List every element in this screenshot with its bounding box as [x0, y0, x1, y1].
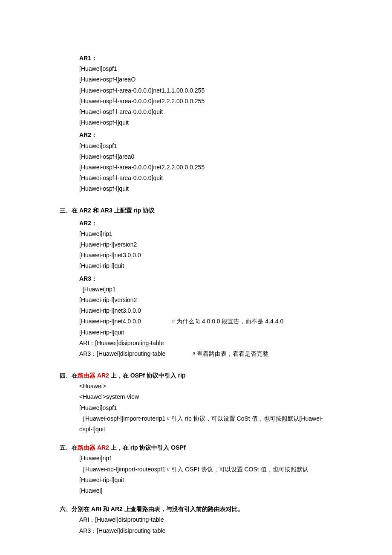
section3-ar2-label: AR2：: [79, 218, 332, 229]
ar1-cmd: [Huawei-ospf-l-area-0.0.0.0]net1.1.1.00.…: [79, 85, 332, 96]
section4-heading-prefix: 四、在: [60, 372, 78, 379]
section3-ar3-label: AR3：: [79, 273, 332, 284]
ar1-cmd: [Huawei-ospf-l]areaO: [79, 74, 332, 85]
ar2-cmd: [Huawei-ospf-l-area-0.0.0.0]net2.2.2.00.…: [79, 162, 332, 173]
ar2-cmd: [Huawei-ospf-l]quit: [79, 183, 332, 194]
section5-heading-red: 路由器 AR2: [78, 444, 109, 451]
ar2-label: AR2：: [79, 130, 332, 140]
section5-heading-prefix: 五、在: [60, 444, 78, 451]
document-page: AR1： [Huawei]ospf1 [Huawei-ospf-l]areaO …: [0, 0, 392, 555]
section3-ar3-net4-note: 〃为什么向 4.0.0.0 段宣告，而不是 4.4.4.0: [170, 318, 283, 325]
section3-ar3-net4-cmd: [Huawei-rip-l]net4.0.0.0: [79, 316, 169, 327]
ar2-cmd: [Huawei-ospf-l-area-0.0.0.0]quit: [79, 173, 332, 183]
section3-ar3-cmd: [Huawei-rip-l]version2: [79, 295, 332, 305]
section4-cmd: <Huawei>system-view: [79, 392, 332, 402]
section6-cmd: AR3：[Huawei]disiprouting-table: [79, 526, 332, 536]
section4-import: ［Huawei-ospf-l]import-routerip1〃引入 rip 协…: [79, 413, 332, 435]
section5-cmd: [Huawei]rip1: [79, 453, 332, 464]
section6-heading: 六、分别在 ARI 和 AR2 上查看路由表，与没有引入前的路由表对比。: [60, 504, 332, 514]
section6-cmd: ARI：[Huawei]disiprouting-table: [79, 514, 332, 525]
section5-cmd: [Huawei]: [79, 485, 332, 496]
ar1-label: AR1：: [79, 53, 332, 64]
section3-heading: 三、在 AR2 和 AR3 上配置 rip 协议: [60, 205, 332, 216]
ar1-cmd: [Huawei-ospf-l]quit: [79, 117, 332, 128]
section4-cmd: <Huawei>: [79, 381, 332, 392]
section3-ar2-cmd: [Huawei]rip1: [79, 229, 332, 239]
section5-cmd: ［Huawei-rip-l]import-routeospf1〃引入 OSPf …: [79, 464, 332, 475]
ar1-cmd: [Huawei]ospf1: [79, 64, 332, 74]
section5-heading-suffix: 上，在 rip 协议中引入 OSPf: [109, 444, 186, 451]
section4-heading: 四、在路由器 AR2 上，在 OSPf 协议中引入 rip: [60, 370, 332, 381]
section3-ar3-cmd: [Huawei]rip1: [79, 284, 332, 295]
section5-cmd: [Huawei-rip-l]quit: [79, 475, 332, 485]
ar1-cmd: [Huawei-ospf-l-area-0.0.0.0]net2.2.2.00.…: [79, 96, 332, 107]
section3-check-ar3-cmd: AR3：[Huawei]disiprouting-table: [79, 349, 189, 359]
section3-check-ari: ARI：[Huawei]disiprouting-table: [79, 338, 332, 349]
ar2-cmd: [Huawei-ospf-l]area0: [79, 151, 332, 162]
section3-ar3-cmd: [Huawei-rip-l]net3.0.0.0: [79, 305, 332, 316]
ar2-cmd: [Huawei]ospf1: [79, 141, 332, 151]
section5-heading: 五、在路由器 AR2 上，在 rip 协议中引入 OSPf: [60, 442, 332, 453]
section3-ar3-net4: [Huawei-rip-l]net4.0.0.0 〃为什么向 4.0.0.0 段…: [79, 316, 332, 327]
ar1-cmd: [Huawei-ospf-l-area-0.0.0.0]quit: [79, 107, 332, 117]
section3-check-ar3: AR3：[Huawei]disiprouting-table 〃查看路由表，看看…: [79, 349, 332, 359]
section4-heading-suffix: 上，在 OSPf 协议中引入 rip: [109, 372, 186, 379]
section3-ar2-cmd: [Huawei-rip-l]version2: [79, 239, 332, 250]
section4-heading-red: 路由器 AR2: [78, 372, 109, 379]
section3-ar3-quit: [Huawei-rip-l]quit: [79, 327, 332, 338]
section3-check-ar3-note: 〃查看路由表，看看是否完整: [191, 350, 268, 357]
section4-cmd: [Huawei]ospf1: [79, 403, 332, 413]
section3-ar2-cmd: [Huawei-rip-l]quit: [79, 261, 332, 271]
section3-ar2-cmd: [Huawei-rip-l]net3.0.0.0: [79, 250, 332, 261]
